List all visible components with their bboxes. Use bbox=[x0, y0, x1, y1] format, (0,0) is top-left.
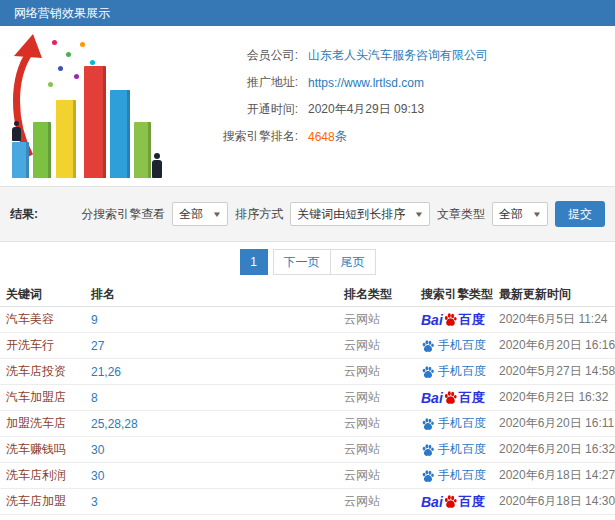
engine-cell: Bai百度 bbox=[415, 311, 493, 329]
update-time-cell: 2020年6月20日 16:11 bbox=[493, 415, 615, 432]
engine-cell: 手机百度 bbox=[415, 363, 493, 380]
header-rank: 排名 bbox=[85, 286, 338, 303]
rank-link[interactable]: 9 bbox=[85, 313, 338, 327]
table-row: 汽车美容 9 云网站 Bai百度 2020年6月5日 11:24 bbox=[0, 307, 615, 333]
rank-type-cell: 云网站 bbox=[338, 363, 415, 380]
marketing-graphic bbox=[0, 26, 170, 184]
rank-count-value: 4648 bbox=[308, 130, 335, 144]
keyword-cell: 加盟洗车店 bbox=[0, 415, 85, 432]
engine-filter-select[interactable]: 全部 ▼ bbox=[172, 202, 228, 226]
next-page-button[interactable]: 下一页 bbox=[273, 249, 331, 275]
page-current[interactable]: 1 bbox=[240, 249, 268, 275]
engine-cell: Bai百度 bbox=[415, 493, 493, 511]
submit-button[interactable]: 提交 bbox=[555, 201, 605, 227]
info-row-site: 推广地址: https://www.lrtlsd.com bbox=[170, 69, 615, 96]
mobile-baidu-label: 手机百度 bbox=[438, 441, 486, 458]
rank-type-cell: 云网站 bbox=[338, 311, 415, 328]
mobile-baidu-label: 手机百度 bbox=[438, 415, 486, 432]
result-label: 结果: bbox=[10, 206, 38, 223]
rank-link[interactable]: 3 bbox=[85, 495, 338, 509]
header-engine-type: 搜索引擎类型 bbox=[415, 286, 493, 303]
person-icon bbox=[12, 121, 21, 141]
ranking-table: 关键词 排名 排名类型 搜索引擎类型 最新更新时间 汽车美容 9 云网站 Bai… bbox=[0, 282, 615, 515]
engine-cell: 手机百度 bbox=[415, 467, 493, 484]
update-time-cell: 2020年5月27日 14:58 bbox=[493, 363, 615, 380]
keyword-cell: 洗车店加盟 bbox=[0, 493, 85, 510]
open-time-label: 开通时间: bbox=[170, 101, 298, 118]
keyword-cell: 洗车店利润 bbox=[0, 467, 85, 484]
keyword-cell: 洗车赚钱吗 bbox=[0, 441, 85, 458]
rank-type-cell: 云网站 bbox=[338, 467, 415, 484]
type-filter-label: 文章类型 bbox=[437, 206, 485, 223]
chevron-down-icon: ▼ bbox=[212, 210, 222, 219]
rank-link[interactable]: 27 bbox=[85, 339, 338, 353]
rank-link[interactable]: 30 bbox=[85, 443, 338, 457]
person-icon bbox=[152, 153, 162, 178]
site-link[interactable]: https://www.lrtlsd.com bbox=[308, 76, 424, 90]
table-row: 洗车店加盟 3 云网站 Bai百度 2020年6月18日 14:30 bbox=[0, 489, 615, 515]
company-label: 会员公司: bbox=[170, 47, 298, 64]
type-filter-select[interactable]: 全部 ▼ bbox=[492, 202, 548, 226]
baidu-paw-icon bbox=[443, 390, 458, 405]
update-time-cell: 2020年6月2日 16:32 bbox=[493, 389, 615, 406]
marketing-report-page: 网络营销效果展示 bbox=[0, 0, 615, 520]
baidu-logo-text: Bai bbox=[421, 312, 443, 328]
dot-icon bbox=[74, 74, 79, 79]
rank-type-cell: 云网站 bbox=[338, 441, 415, 458]
chart-bar bbox=[56, 100, 76, 178]
update-time-cell: 2020年6月18日 14:27 bbox=[493, 467, 615, 484]
filter-bar: 结果: 分搜索引擎查看 全部 ▼ 排序方式 关键词由短到长排序 ▼ 文章类型 全… bbox=[0, 186, 615, 242]
engine-cell: 手机百度 bbox=[415, 337, 493, 354]
account-info-section: 会员公司: 山东老人头汽车服务咨询有限公司 推广地址: https://www.… bbox=[0, 26, 615, 186]
mobile-baidu-label: 手机百度 bbox=[438, 337, 486, 354]
dot-icon bbox=[52, 40, 57, 45]
site-label: 推广地址: bbox=[170, 74, 298, 91]
rank-link[interactable]: 25,28,28 bbox=[85, 417, 338, 431]
table-header: 关键词 排名 排名类型 搜索引擎类型 最新更新时间 bbox=[0, 282, 615, 307]
engine-filter-label: 分搜索引擎查看 bbox=[81, 206, 165, 223]
table-row: 加盟洗车店 25,28,28 云网站 手机百度 2020年6月20日 16:11 bbox=[0, 411, 615, 437]
baidu-logo-text: Bai bbox=[421, 390, 443, 406]
table-row: 洗车赚钱吗 30 云网站 手机百度 2020年6月20日 16:32 bbox=[0, 437, 615, 463]
keyword-cell: 洗车店投资 bbox=[0, 363, 85, 380]
baidu-paw-icon bbox=[421, 365, 435, 379]
type-filter-value: 全部 bbox=[499, 206, 523, 223]
update-time-cell: 2020年6月20日 16:16 bbox=[493, 337, 615, 354]
chart-bar bbox=[84, 66, 106, 178]
chart-bar bbox=[12, 142, 29, 178]
rank-type-cell: 云网站 bbox=[338, 389, 415, 406]
rank-count-label: 搜索引擎排名: bbox=[170, 128, 298, 145]
page-title: 网络营销效果展示 bbox=[14, 6, 110, 20]
header-rank-type: 排名类型 bbox=[338, 286, 415, 303]
baidu-logo-text: Bai bbox=[421, 494, 443, 510]
chevron-down-icon: ▼ bbox=[414, 210, 424, 219]
engine-cell: 手机百度 bbox=[415, 441, 493, 458]
sort-filter-value: 关键词由短到长排序 bbox=[297, 206, 405, 223]
rank-link[interactable]: 21,26 bbox=[85, 365, 338, 379]
last-page-button[interactable]: 尾页 bbox=[330, 249, 376, 275]
chevron-down-icon: ▼ bbox=[532, 210, 542, 219]
update-time-cell: 2020年6月18日 14:30 bbox=[493, 493, 615, 510]
baidu-logo-cn: 百度 bbox=[459, 493, 485, 511]
rank-type-cell: 云网站 bbox=[338, 415, 415, 432]
page-header: 网络营销效果展示 bbox=[0, 0, 615, 26]
filter-controls: 分搜索引擎查看 全部 ▼ 排序方式 关键词由短到长排序 ▼ 文章类型 全部 ▼ … bbox=[81, 201, 605, 227]
mobile-baidu-label: 手机百度 bbox=[438, 467, 486, 484]
chart-bar bbox=[110, 90, 130, 178]
sort-filter-select[interactable]: 关键词由短到长排序 ▼ bbox=[290, 202, 430, 226]
keyword-cell: 开洗车行 bbox=[0, 337, 85, 354]
engine-cell: 手机百度 bbox=[415, 415, 493, 432]
engine-filter-value: 全部 bbox=[179, 206, 203, 223]
baidu-logo-cn: 百度 bbox=[459, 311, 485, 329]
header-keyword: 关键词 bbox=[0, 286, 85, 303]
update-time-cell: 2020年6月5日 11:24 bbox=[493, 311, 615, 328]
chart-bar bbox=[134, 122, 151, 178]
chart-bar bbox=[33, 122, 51, 178]
dot-icon bbox=[80, 42, 85, 47]
table-row: 汽车加盟店 8 云网站 Bai百度 2020年6月2日 16:32 bbox=[0, 385, 615, 411]
rank-link[interactable]: 8 bbox=[85, 391, 338, 405]
company-link[interactable]: 山东老人头汽车服务咨询有限公司 bbox=[308, 47, 488, 64]
dot-icon bbox=[66, 52, 71, 57]
rank-link[interactable]: 30 bbox=[85, 469, 338, 483]
rank-count-suffix: 条 bbox=[335, 128, 347, 145]
